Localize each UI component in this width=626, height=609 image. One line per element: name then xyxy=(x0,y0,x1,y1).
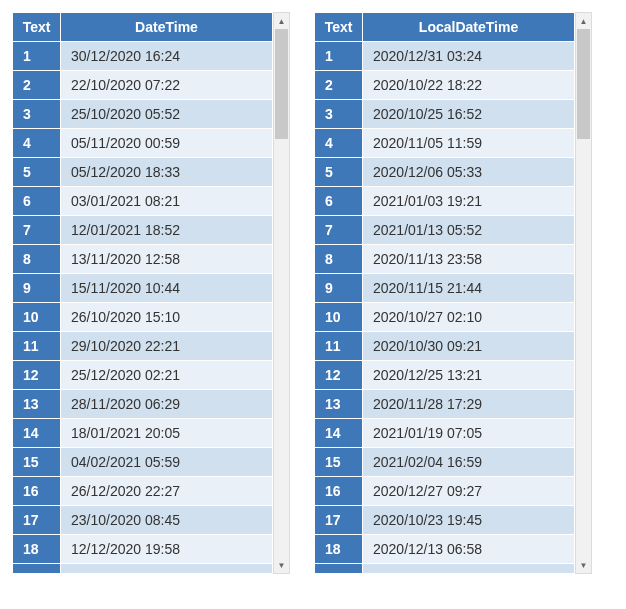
row-index: 3 xyxy=(13,100,61,129)
table-row-partial xyxy=(315,564,575,574)
table-row[interactable]: 712/01/2021 18:52 xyxy=(13,216,273,245)
row-index: 1 xyxy=(315,42,363,71)
row-value: 2020/10/25 16:52 xyxy=(363,100,575,129)
row-value: 29/10/2020 22:21 xyxy=(61,332,273,361)
row-value: 30/12/2020 16:24 xyxy=(61,42,273,71)
scroll-thumb[interactable] xyxy=(577,29,590,139)
row-index: 8 xyxy=(315,245,363,274)
row-value: 2020/10/27 02:10 xyxy=(363,303,575,332)
table-row[interactable]: 1129/10/2020 22:21 xyxy=(13,332,273,361)
table-row[interactable]: 915/11/2020 10:44 xyxy=(13,274,273,303)
header-text[interactable]: Text xyxy=(315,13,363,42)
row-value: 15/11/2020 10:44 xyxy=(61,274,273,303)
row-index: 11 xyxy=(315,332,363,361)
row-index: 5 xyxy=(315,158,363,187)
table-row[interactable]: 1723/10/2020 08:45 xyxy=(13,506,273,535)
table-row[interactable]: 112020/10/30 09:21 xyxy=(315,332,575,361)
row-value: 2020/11/28 17:29 xyxy=(363,390,575,419)
table-row[interactable]: 1328/11/2020 06:29 xyxy=(13,390,273,419)
row-value: 2021/01/03 19:21 xyxy=(363,187,575,216)
table-row[interactable]: 1504/02/2021 05:59 xyxy=(13,448,273,477)
row-index: 15 xyxy=(13,448,61,477)
row-value: 2020/10/23 19:45 xyxy=(363,506,575,535)
row-index: 17 xyxy=(13,506,61,535)
scroll-down-icon[interactable]: ▼ xyxy=(274,557,289,573)
table-row[interactable]: 62021/01/03 19:21 xyxy=(315,187,575,216)
row-value xyxy=(363,564,575,574)
table-row[interactable]: 132020/11/28 17:29 xyxy=(315,390,575,419)
table-row[interactable]: 162020/12/27 09:27 xyxy=(315,477,575,506)
row-index: 7 xyxy=(13,216,61,245)
row-index: 14 xyxy=(315,419,363,448)
row-value: 12/01/2021 18:52 xyxy=(61,216,273,245)
table-row[interactable]: 42020/11/05 11:59 xyxy=(315,129,575,158)
row-value: 2021/02/04 16:59 xyxy=(363,448,575,477)
row-value xyxy=(61,564,273,574)
row-index: 17 xyxy=(315,506,363,535)
row-index: 9 xyxy=(13,274,61,303)
table-row[interactable]: 102020/10/27 02:10 xyxy=(315,303,575,332)
table-row[interactable]: 222/10/2020 07:22 xyxy=(13,71,273,100)
table-row[interactable]: 603/01/2021 08:21 xyxy=(13,187,273,216)
table-row[interactable]: 52020/12/06 05:33 xyxy=(315,158,575,187)
row-value: 28/11/2020 06:29 xyxy=(61,390,273,419)
table-row[interactable]: 152021/02/04 16:59 xyxy=(315,448,575,477)
row-index: 6 xyxy=(315,187,363,216)
header-localdatetime[interactable]: LocalDateTime xyxy=(363,13,575,42)
row-value: 13/11/2020 12:58 xyxy=(61,245,273,274)
scroll-track[interactable] xyxy=(274,29,289,557)
table-row[interactable]: 142021/01/19 07:05 xyxy=(315,419,575,448)
row-value: 26/10/2020 15:10 xyxy=(61,303,273,332)
table-row[interactable]: 1225/12/2020 02:21 xyxy=(13,361,273,390)
row-index: 8 xyxy=(13,245,61,274)
table-row[interactable]: 325/10/2020 05:52 xyxy=(13,100,273,129)
header-datetime[interactable]: DateTime xyxy=(61,13,273,42)
scrollbar-left[interactable]: ▲ ▼ xyxy=(273,12,290,574)
table-row[interactable]: 72021/01/13 05:52 xyxy=(315,216,575,245)
scroll-up-icon[interactable]: ▲ xyxy=(274,13,289,29)
row-index: 14 xyxy=(13,419,61,448)
table-row[interactable]: 12020/12/31 03:24 xyxy=(315,42,575,71)
row-value: 05/11/2020 00:59 xyxy=(61,129,273,158)
table-localdatetime: Text LocalDateTime 12020/12/31 03:242202… xyxy=(314,12,592,574)
row-index: 11 xyxy=(13,332,61,361)
row-index xyxy=(13,564,61,574)
scroll-thumb[interactable] xyxy=(275,29,288,139)
row-value: 2020/11/05 11:59 xyxy=(363,129,575,158)
table-row[interactable]: 505/12/2020 18:33 xyxy=(13,158,273,187)
table-row[interactable]: 1626/12/2020 22:27 xyxy=(13,477,273,506)
table-row[interactable]: 122020/12/25 13:21 xyxy=(315,361,575,390)
row-index: 18 xyxy=(13,535,61,564)
table-row[interactable]: 1418/01/2021 20:05 xyxy=(13,419,273,448)
row-value: 2020/12/27 09:27 xyxy=(363,477,575,506)
scroll-up-icon[interactable]: ▲ xyxy=(576,13,591,29)
localdatetime-table: Text LocalDateTime 12020/12/31 03:242202… xyxy=(314,12,575,574)
table-row[interactable]: 1026/10/2020 15:10 xyxy=(13,303,273,332)
table-row[interactable]: 22020/10/22 18:22 xyxy=(315,71,575,100)
table-row[interactable]: 813/11/2020 12:58 xyxy=(13,245,273,274)
scrollbar-right[interactable]: ▲ ▼ xyxy=(575,12,592,574)
row-value: 2020/12/25 13:21 xyxy=(363,361,575,390)
row-value: 23/10/2020 08:45 xyxy=(61,506,273,535)
row-value: 2020/10/30 09:21 xyxy=(363,332,575,361)
row-index: 12 xyxy=(13,361,61,390)
header-text[interactable]: Text xyxy=(13,13,61,42)
table-row[interactable]: 130/12/2020 16:24 xyxy=(13,42,273,71)
table-row[interactable]: 1812/12/2020 19:58 xyxy=(13,535,273,564)
table-row[interactable]: 182020/12/13 06:58 xyxy=(315,535,575,564)
row-value: 25/10/2020 05:52 xyxy=(61,100,273,129)
table-row[interactable]: 92020/11/15 21:44 xyxy=(315,274,575,303)
scroll-down-icon[interactable]: ▼ xyxy=(576,557,591,573)
row-value: 2021/01/13 05:52 xyxy=(363,216,575,245)
table-row[interactable]: 32020/10/25 16:52 xyxy=(315,100,575,129)
row-index: 13 xyxy=(315,390,363,419)
scroll-track[interactable] xyxy=(576,29,591,557)
row-value: 12/12/2020 19:58 xyxy=(61,535,273,564)
table-row[interactable]: 172020/10/23 19:45 xyxy=(315,506,575,535)
row-index xyxy=(315,564,363,574)
row-index: 10 xyxy=(315,303,363,332)
table-row[interactable]: 405/11/2020 00:59 xyxy=(13,129,273,158)
row-value: 2020/10/22 18:22 xyxy=(363,71,575,100)
table-row[interactable]: 82020/11/13 23:58 xyxy=(315,245,575,274)
row-value: 18/01/2021 20:05 xyxy=(61,419,273,448)
